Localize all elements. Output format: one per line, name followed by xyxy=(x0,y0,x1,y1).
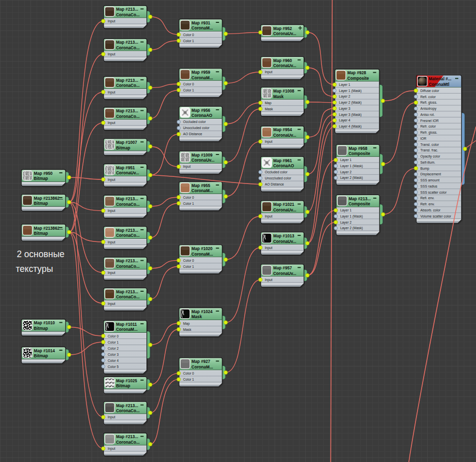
svg-text:Color 0: Color 0 xyxy=(183,33,194,37)
svg-text:CoronaUv...: CoronaUv... xyxy=(273,208,296,212)
svg-text:Map #213...: Map #213... xyxy=(116,435,138,439)
svg-text:Aniso rot.: Aniso rot. xyxy=(421,113,435,116)
svg-text:CoronaM...: CoronaM... xyxy=(116,327,137,332)
svg-text:Map #1011: Map #1011 xyxy=(116,322,137,327)
svg-text:Layer 2: Layer 2 xyxy=(340,221,352,225)
svg-text:Occluded color: Occluded color xyxy=(265,170,288,174)
svg-text:Color 5: Color 5 xyxy=(108,365,119,368)
svg-text:Color 0: Color 0 xyxy=(183,259,194,262)
svg-text:Mask: Mask xyxy=(192,315,202,319)
svg-text:Map #213...: Map #213... xyxy=(116,78,138,83)
svg-text:Diffuse color: Diffuse color xyxy=(421,89,440,93)
svg-text:Map #961: Map #961 xyxy=(273,159,292,163)
svg-text:Layer 2 (Mask): Layer 2 (Mask) xyxy=(340,226,363,230)
svg-text:Input: Input xyxy=(108,447,115,451)
svg-text:CoronaM...: CoronaM... xyxy=(192,189,213,193)
svg-text:CoronaCo...: CoronaCo... xyxy=(116,440,139,445)
svg-text:Map: Map xyxy=(265,101,272,105)
svg-text:Color 1: Color 1 xyxy=(183,265,194,268)
svg-text:Layer 1: Layer 1 xyxy=(340,208,352,212)
svg-text:Opacity color: Opacity color xyxy=(421,155,441,159)
svg-text:Anisotropy: Anisotropy xyxy=(421,107,437,111)
svg-text:CoronaM...: CoronaM... xyxy=(192,365,213,369)
svg-text:CoronaAO: CoronaAO xyxy=(192,113,213,118)
svg-text:AO Distance: AO Distance xyxy=(183,132,202,136)
svg-text:Absorb. color: Absorb. color xyxy=(421,208,441,212)
svg-text:CoronaCo...: CoronaCo... xyxy=(116,83,139,88)
svg-text:CoronaCo...: CoronaCo... xyxy=(116,233,139,238)
svg-text:Input: Input xyxy=(108,52,115,56)
svg-text:Refl. color: Refl. color xyxy=(421,95,436,99)
svg-text:Color 0: Color 0 xyxy=(183,196,194,199)
svg-text:CoronaCo...: CoronaCo... xyxy=(116,114,139,119)
svg-text:Map #1009: Map #1009 xyxy=(192,153,213,158)
svg-text:Map #955: Map #955 xyxy=(192,183,211,188)
svg-text:Refr. gloss.: Refr. gloss. xyxy=(421,131,438,135)
svg-text:Map: Map xyxy=(183,322,190,326)
svg-text:CoronaCo...: CoronaCo... xyxy=(116,409,139,413)
svg-text:Map #954: Map #954 xyxy=(273,128,292,132)
svg-text:Layer 1 (Mask): Layer 1 (Mask) xyxy=(339,89,362,93)
svg-text:Fresnel IOR: Fresnel IOR xyxy=(421,119,439,122)
svg-text:Unoccluded color: Unoccluded color xyxy=(265,176,291,180)
svg-text:Mask: Mask xyxy=(273,95,284,99)
svg-text:SSS amount: SSS amount xyxy=(421,178,440,182)
svg-text:CoronaCo...: CoronaCo... xyxy=(116,46,139,50)
svg-text:CoronaM...: CoronaM... xyxy=(192,252,213,257)
svg-text:Layer 1: Layer 1 xyxy=(339,83,351,87)
svg-text:Self-illum.: Self-illum. xyxy=(421,161,435,164)
svg-text:текстуры: текстуры xyxy=(16,264,53,274)
svg-text:Map #213...: Map #213... xyxy=(348,197,371,201)
svg-text:Input: Input xyxy=(108,415,115,419)
svg-text:Map #958: Map #958 xyxy=(348,146,367,151)
svg-text:CoronaM...: CoronaM... xyxy=(192,76,213,80)
svg-text:Composite: Composite xyxy=(347,76,369,81)
svg-text:Bitmap: Bitmap xyxy=(116,146,130,150)
svg-text:Layer 2 (Mask): Layer 2 (Mask) xyxy=(339,101,362,105)
svg-text:Layer 1: Layer 1 xyxy=(340,158,352,162)
svg-text:Color 1: Color 1 xyxy=(183,378,194,381)
svg-text:2 основные: 2 основные xyxy=(17,249,65,259)
svg-text:Material #...: Material #... xyxy=(429,77,452,81)
svg-text:Color 0: Color 0 xyxy=(183,372,194,375)
svg-text:CoronaUv...: CoronaUv... xyxy=(273,239,296,244)
svg-text:Map #1014: Map #1014 xyxy=(34,349,55,353)
svg-text:Map #1007: Map #1007 xyxy=(116,140,137,145)
svg-text:Map #1025: Map #1025 xyxy=(116,379,137,383)
svg-text:Input: Input xyxy=(265,246,273,250)
svg-text:Map #1008: Map #1008 xyxy=(273,89,294,94)
svg-text:Layer 4: Layer 4 xyxy=(339,118,351,122)
svg-text:CoronaCo...: CoronaCo... xyxy=(116,264,139,269)
svg-text:Map #213...: Map #213... xyxy=(116,40,138,45)
svg-text:Input: Input xyxy=(265,140,273,144)
svg-text:Mask: Mask xyxy=(265,107,274,111)
svg-text:Composite: Composite xyxy=(348,151,370,156)
svg-text:Map #950: Map #950 xyxy=(34,171,53,176)
svg-text:Map #931: Map #931 xyxy=(192,21,211,25)
svg-text:Map #1024: Map #1024 xyxy=(192,310,213,314)
svg-text:Unoccluded color: Unoccluded color xyxy=(183,126,210,130)
svg-text:Input: Input xyxy=(183,165,191,169)
svg-text:Map #1010: Map #1010 xyxy=(34,321,55,325)
svg-text:CoronaUv...: CoronaUv... xyxy=(273,64,296,68)
svg-text:Bitmap: Bitmap xyxy=(34,354,48,358)
svg-text:Map #1020: Map #1020 xyxy=(192,247,213,251)
svg-text:Input: Input xyxy=(108,121,115,125)
svg-text:Map #957: Map #957 xyxy=(273,266,292,270)
svg-text:Input: Input xyxy=(265,70,273,74)
svg-text:Bitmap: Bitmap xyxy=(34,176,48,181)
svg-text:Transl. frac.: Transl. frac. xyxy=(421,148,438,152)
svg-text:Transl. color: Transl. color xyxy=(421,143,439,146)
svg-text:Map #1021: Map #1021 xyxy=(273,202,294,207)
svg-text:IOR: IOR xyxy=(421,137,427,140)
svg-text:Bitmap: Bitmap xyxy=(116,384,130,388)
svg-text:CoronaMtl: CoronaMtl xyxy=(429,82,449,87)
svg-text:Color 1: Color 1 xyxy=(183,202,194,205)
svg-text:CoronaUv...: CoronaUv... xyxy=(273,32,296,36)
svg-text:Color 2: Color 2 xyxy=(108,347,119,350)
svg-text:Composite: Composite xyxy=(348,202,370,206)
svg-text:SSS radius: SSS radius xyxy=(421,184,438,188)
svg-text:Color 1: Color 1 xyxy=(183,88,194,92)
svg-text:Input: Input xyxy=(108,90,115,95)
svg-text:Bitmap: Bitmap xyxy=(34,326,48,331)
